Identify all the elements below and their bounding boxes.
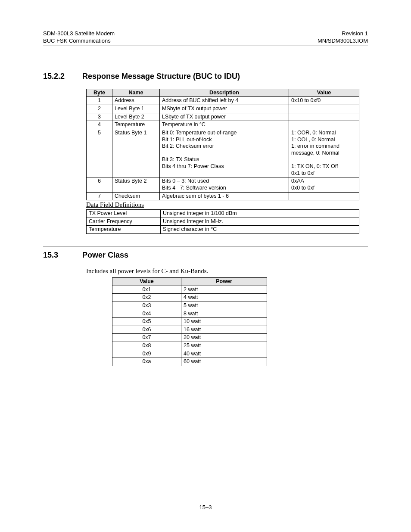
cell — [289, 105, 359, 113]
table-row: 5Status Byte 1Bit 0: Temperature out-of-… — [87, 129, 359, 177]
header-right-2: MN/SDM300L3.IOM — [318, 37, 368, 45]
table-row: 7ChecksumAlgebraic sum of bytes 1 - 6 — [87, 192, 359, 200]
power-class-intro: Includes all power levels for C- and Ku-… — [86, 268, 368, 275]
cell: 0x10 to 0xf0 — [289, 97, 359, 105]
cell — [289, 113, 359, 121]
cell: 0x1 — [112, 286, 181, 294]
cell: TX Power Level — [87, 210, 161, 218]
cell: 16 watt — [181, 326, 267, 334]
col-value: Value — [289, 89, 359, 97]
page-footer: 15–3 — [43, 502, 368, 510]
table-row: 2Level Byte 1MSbyte of TX output power — [87, 105, 359, 113]
cell: 1: OOR, 0: Normal 1: OOL, 0: Normal 1: e… — [289, 129, 359, 177]
section-heading-153: 15.3 Power Class — [43, 251, 368, 260]
cell: Address — [112, 97, 160, 105]
cell: 2 — [87, 105, 112, 113]
cell: Termperature — [87, 226, 161, 234]
cell: Carrier Frequency — [87, 218, 161, 226]
table-row: 1AddressAddress of BUC shifted left by 4… — [87, 97, 359, 105]
table-row: 0x825 watt — [112, 342, 267, 350]
cell: 0x5 — [112, 318, 181, 326]
section-number: 15.2.2 — [43, 72, 80, 81]
cell: Status Byte 1 — [112, 129, 160, 177]
cell: MSbyte of TX output power — [160, 105, 289, 113]
cell: 0x3 — [112, 302, 181, 310]
table-row: 0x24 watt — [112, 294, 267, 302]
cell — [289, 121, 359, 129]
cell: Checksum — [112, 192, 160, 200]
table-row: 4TemperatureTemperature in °C — [87, 121, 359, 129]
table-row: TermperatureSigned character in °C — [87, 226, 359, 234]
cell: 4 — [87, 121, 112, 129]
cell: Level Byte 1 — [112, 105, 160, 113]
table-row: 0x616 watt — [112, 326, 267, 334]
cell: 1 — [87, 97, 112, 105]
table-row: TX Power LevelUnsigned integer in 1/100 … — [87, 210, 359, 218]
header-right-1: Revision 1 — [342, 30, 368, 37]
cell: 0x2 — [112, 294, 181, 302]
cell: Signed character in °C — [161, 226, 359, 234]
table-row: 0x12 watt — [112, 286, 267, 294]
header-left-1: SDM-300L3 Satellite Modem — [43, 30, 115, 37]
table-row: 0x35 watt — [112, 302, 267, 310]
page-number: 15–3 — [199, 504, 212, 510]
table-row: 0x720 watt — [112, 334, 267, 342]
cell: 20 watt — [181, 334, 267, 342]
data-field-definitions-heading: Data Field Definitions — [86, 201, 368, 208]
cell: Temperature in °C — [160, 121, 289, 129]
cell: Unsigned integer in 1/100 dBm — [161, 210, 359, 218]
section-divider — [43, 246, 368, 246]
cell: Unsigned integer in MHz. — [161, 218, 359, 226]
cell: 0x9 — [112, 350, 181, 358]
col-description: Description — [160, 89, 289, 97]
cell: 25 watt — [181, 342, 267, 350]
response-message-table: Byte Name Description Value 1AddressAddr… — [86, 89, 359, 200]
section-heading-1522: 15.2.2 Response Message Structure (BUC t… — [43, 72, 368, 81]
cell: Level Byte 2 — [112, 113, 160, 121]
cell: 10 watt — [181, 318, 267, 326]
table-row: 6Status Byte 2Bits 0 – 3: Not used Bits … — [87, 177, 359, 192]
data-field-definitions-table: TX Power LevelUnsigned integer in 1/100 … — [86, 209, 359, 234]
section-title-text: Power Class — [82, 251, 128, 259]
cell: 0xa — [112, 358, 181, 366]
table-header-row: Byte Name Description Value — [87, 89, 359, 97]
power-class-table: Value Power 0x12 watt 0x24 watt 0x35 wat… — [112, 277, 267, 366]
cell: 0x6 — [112, 326, 181, 334]
table-row: 0xa60 watt — [112, 358, 267, 366]
table-header-row: Value Power — [112, 278, 267, 286]
cell: 60 watt — [181, 358, 267, 366]
col-byte: Byte — [87, 89, 112, 97]
table-row: 0x48 watt — [112, 310, 267, 318]
cell: LSbyte of TX output power — [160, 113, 289, 121]
header-left-2: BUC FSK Communications — [43, 37, 111, 45]
cell: 3 — [87, 113, 112, 121]
section-title-text: Response Message Structure (BUC to IDU) — [82, 72, 240, 81]
page-header: SDM-300L3 Satellite Modem Revision 1 BUC… — [43, 30, 368, 46]
cell: Temperature — [112, 121, 160, 129]
cell: Address of BUC shifted left by 4 — [160, 97, 289, 105]
section-number: 15.3 — [43, 251, 80, 260]
cell: 2 watt — [181, 286, 267, 294]
cell: 0x7 — [112, 334, 181, 342]
table-row: 3Level Byte 2LSbyte of TX output power — [87, 113, 359, 121]
cell: 6 — [87, 177, 112, 192]
cell: 40 watt — [181, 350, 267, 358]
table-row: 0x510 watt — [112, 318, 267, 326]
cell: 0xAA 0x0 to 0xf — [289, 177, 359, 192]
col-value: Value — [112, 278, 181, 286]
cell: 0x4 — [112, 310, 181, 318]
cell: 0x8 — [112, 342, 181, 350]
table-row: Carrier FrequencyUnsigned integer in MHz… — [87, 218, 359, 226]
cell: Status Byte 2 — [112, 177, 160, 192]
col-name: Name — [112, 89, 160, 97]
cell — [289, 192, 359, 200]
table-row: 0x940 watt — [112, 350, 267, 358]
cell: 5 — [87, 129, 112, 177]
cell: 4 watt — [181, 294, 267, 302]
cell: Bits 0 – 3: Not used Bits 4 –7: Software… — [160, 177, 289, 192]
cell: Algebraic sum of bytes 1 - 6 — [160, 192, 289, 200]
cell: Bit 0: Temperature out-of-range Bit 1: P… — [160, 129, 289, 177]
cell: 7 — [87, 192, 112, 200]
cell: 5 watt — [181, 302, 267, 310]
col-power: Power — [181, 278, 267, 286]
